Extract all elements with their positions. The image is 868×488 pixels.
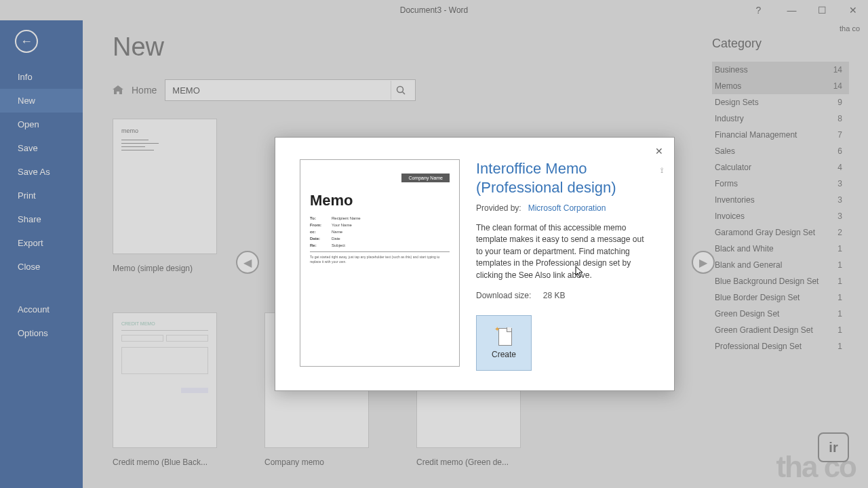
close-window-button[interactable]: ✕ [837, 0, 868, 20]
template-preview: Company Name Memo To:Recipient Name From… [300, 159, 460, 367]
maximize-button[interactable]: ☐ [807, 0, 837, 20]
titlebar: Document3 - Word ? — ☐ ✕ [0, 0, 868, 20]
template-card: CREDIT MEMO Credit memo (Blue Back... [113, 312, 217, 467]
modal-pin-button[interactable]: ⟟ [658, 163, 666, 178]
svg-point-0 [397, 87, 403, 93]
template-next-button[interactable]: ▶ [692, 251, 715, 274]
download-size-value: 28 KB [543, 291, 566, 300]
template-detail-modal: ✕ ⟟ Company Name Memo To:Recipient Name … [275, 137, 675, 391]
template-thumb-memo-simple[interactable]: memo [113, 119, 217, 254]
preview-body-text: To get started right away, just tap any … [310, 255, 450, 264]
search-box [165, 79, 416, 101]
template-label: Company memo [264, 458, 369, 467]
category-item[interactable]: Black and White1 [712, 241, 849, 257]
category-item[interactable]: Design Sets9 [712, 94, 849, 110]
breadcrumb-home[interactable]: Home [132, 85, 157, 96]
sidebar-item-close[interactable]: Close [0, 255, 83, 279]
category-item[interactable]: Blank and General1 [712, 257, 849, 273]
recorder-indicator: ir [818, 432, 849, 462]
sidebar-item-new[interactable]: New [0, 89, 83, 113]
modal-template-title: Interoffice Memo (Professional design) [476, 159, 650, 197]
category-item[interactable]: Inventories3 [712, 192, 849, 208]
window-title: Document3 - Word [400, 5, 468, 15]
categories-heading: Category [712, 37, 849, 51]
category-item[interactable]: Garamond Gray Design Set2 [712, 224, 849, 241]
provided-by-label: Provided by: [476, 203, 521, 213]
template-prev-button[interactable]: ◀ [236, 251, 259, 274]
preview-memo-heading: Memo [310, 192, 450, 209]
create-button-label: Create [492, 350, 516, 359]
template-card: memo Memo (simple design) [113, 119, 217, 273]
modal-close-button[interactable]: ✕ [652, 143, 666, 159]
category-item[interactable]: Business14 [712, 62, 849, 78]
category-item[interactable]: Memos14 [712, 78, 849, 94]
minimize-button[interactable]: — [776, 0, 807, 20]
template-label: Credit memo (Green de... [416, 458, 521, 467]
category-item[interactable]: Professional Design Set1 [712, 338, 849, 354]
template-label: Credit memo (Blue Back... [113, 458, 217, 467]
search-button[interactable] [391, 81, 410, 100]
category-item[interactable]: Industry8 [712, 110, 849, 127]
sidebar-item-open[interactable]: Open [0, 113, 83, 136]
home-icon[interactable] [113, 85, 123, 95]
download-size-label: Download size: [476, 291, 531, 300]
search-input[interactable] [172, 85, 391, 96]
category-item[interactable]: Green Gradient Design Set1 [712, 322, 849, 338]
new-document-icon: ✦ [496, 327, 512, 346]
sidebar-item-export[interactable]: Export [0, 231, 83, 255]
template-thumb-credit-blue[interactable]: CREDIT MEMO [113, 312, 217, 448]
sidebar-item-saveas[interactable]: Save As [0, 160, 83, 184]
category-item[interactable]: Calculator4 [712, 159, 849, 176]
category-item[interactable]: Blue Background Design Set1 [712, 273, 849, 289]
search-icon [396, 85, 406, 95]
categories-panel: Category Business14Memos14Design Sets9In… [712, 20, 868, 488]
template-label: Memo (simple design) [113, 264, 217, 273]
page-title: New [113, 33, 685, 62]
modal-description: The clean format of this accessible memo… [476, 222, 650, 281]
category-item[interactable]: Invoices3 [712, 208, 849, 224]
create-button[interactable]: ✦ Create [476, 315, 532, 371]
preview-company-name: Company Name [401, 174, 450, 182]
category-item[interactable]: Green Design Set1 [712, 306, 849, 322]
back-arrow-icon: ← [20, 35, 33, 47]
sidebar-item-info[interactable]: Info [0, 65, 83, 89]
category-item[interactable]: Sales6 [712, 143, 849, 159]
sidebar-item-options[interactable]: Options [0, 321, 83, 345]
backstage-sidebar: ← Info New Open Save Save As Print Share… [0, 20, 83, 488]
back-button[interactable]: ← [15, 30, 38, 53]
category-item[interactable]: Forms3 [712, 176, 849, 192]
category-item[interactable]: Blue Border Design Set1 [712, 289, 849, 306]
sidebar-item-print[interactable]: Print [0, 184, 83, 207]
sidebar-item-share[interactable]: Share [0, 207, 83, 231]
sidebar-item-account[interactable]: Account [0, 298, 83, 321]
category-item[interactable]: Financial Management7 [712, 127, 849, 143]
provided-by-link[interactable]: Microsoft Corporation [528, 203, 606, 213]
svg-line-1 [402, 92, 405, 95]
sidebar-item-save[interactable]: Save [0, 136, 83, 160]
user-name[interactable]: tha co [840, 24, 860, 33]
help-button[interactable]: ? [743, 0, 774, 20]
